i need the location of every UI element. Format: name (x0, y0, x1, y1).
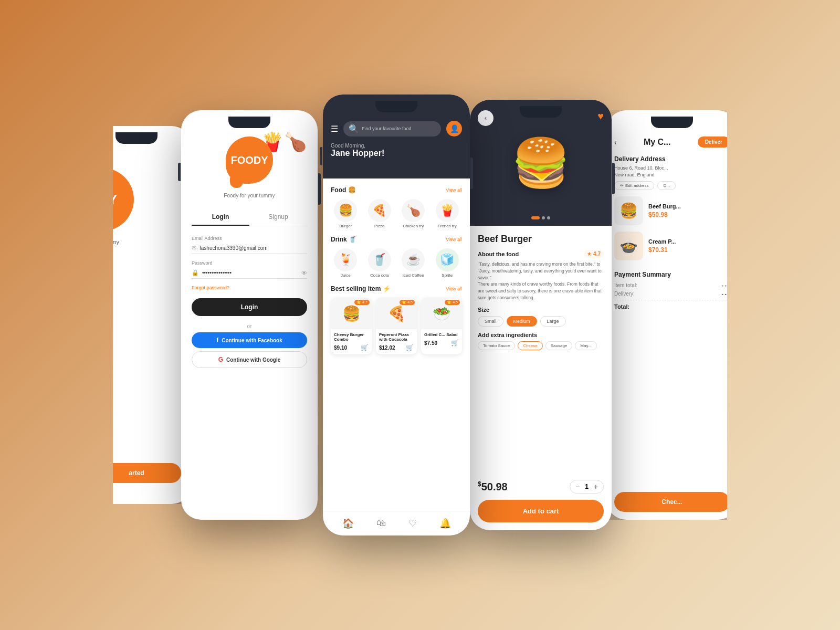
size-large[interactable]: Large (540, 316, 566, 327)
extra-mayo[interactable]: May... (575, 341, 596, 350)
nav-home[interactable]: 🏠 (342, 518, 354, 529)
tab-signup[interactable]: Signup (249, 209, 307, 226)
back-button[interactable]: ‹ (478, 110, 494, 126)
delete-address-button[interactable]: D... (657, 181, 675, 190)
search-placeholder: Find your favourite food (362, 126, 412, 131)
food-item-pizza[interactable]: 🍕 Pizza (365, 199, 395, 228)
product-name: Beef Burger (478, 234, 604, 245)
about-description: "Tasty, delicious, and has me craving mo… (478, 261, 604, 301)
product-footer: $50.98 − 1 + (470, 474, 612, 500)
hamburger-icon[interactable]: ☰ (331, 124, 338, 134)
drink-section-title: Drink 🥤 (331, 236, 356, 243)
nav-cart[interactable]: 🛍 (376, 518, 386, 529)
french-name: French fry (438, 224, 457, 228)
add-to-cart-icon-1[interactable]: 🛒 (361, 344, 369, 351)
juice-name: Juice (341, 273, 351, 278)
deliver-button[interactable]: Deliver (698, 136, 730, 148)
drink-item-coffee[interactable]: ☕ Iced Coffee (398, 248, 428, 278)
password-input[interactable] (202, 270, 301, 276)
search-bar[interactable]: 🔍 Find your favourite food (343, 121, 441, 136)
nav-notifications[interactable]: 🔔 (439, 518, 451, 529)
login-button[interactable]: Login (192, 298, 307, 316)
drink-item-sprite[interactable]: 🧊 Sprite (433, 248, 463, 278)
home-header-top: ☰ 🔍 Find your favourite food 👤 (331, 121, 462, 136)
product-info: Beef Burger About the food ★ 4.7 "Tasty,… (470, 226, 612, 474)
item-total-label: Item total: (614, 282, 637, 288)
best-item-1-price-row: $9.10 🛒 (334, 344, 369, 351)
add-to-cart-icon-2[interactable]: 🛒 (406, 344, 414, 351)
best-item-1[interactable]: 🍔 ⭐ 4.7 Cheesy Burger Combo $9.10 🛒 (331, 298, 372, 354)
google-login-button[interactable]: G Continue with Google (192, 351, 307, 368)
get-started-button[interactable]: arted (92, 463, 181, 483)
password-input-wrap: 🔒 👁 (192, 267, 307, 279)
best-item-1-badge: ⭐ 4.7 (354, 300, 370, 305)
avatar[interactable]: 👤 (446, 121, 462, 136)
size-small[interactable]: Small (478, 316, 503, 327)
drink-item-juice[interactable]: 🍹 Juice (331, 248, 361, 278)
phone-4: 🍔 ‹ ♥ Beef Burger About the food (470, 100, 612, 530)
food-view-all[interactable]: View all (446, 187, 462, 193)
forgot-password-link[interactable]: Forgot password? (192, 285, 307, 290)
best-item-2[interactable]: 🍕 ⭐ 4.5 Peperoni Pizza with Cocacola $12… (376, 298, 417, 354)
favorite-icon[interactable]: ♥ (597, 110, 604, 122)
address-line2: New road, England (614, 172, 655, 177)
delivery-title: Delivery Address (614, 155, 730, 163)
extras-chips: Tomato Sauce Cheese Sausage May... (478, 341, 604, 350)
best-item-3[interactable]: 🥗 ⭐ 4.5 Grilled C... Salad $7.50 🛒 (421, 298, 462, 354)
email-input-wrap: ✉ (192, 243, 307, 254)
lock-icon: 🔒 (192, 269, 199, 276)
google-label: Continue with Google (226, 357, 280, 363)
nav-favorites[interactable]: ♡ (408, 518, 417, 529)
drink-grid: 🍹 Juice 🥤 Coca cola ☕ Iced Coffee 🧊 (331, 248, 462, 278)
extra-tomato[interactable]: Tomato Sauce (478, 341, 515, 350)
add-to-cart-icon-3[interactable]: 🛒 (451, 339, 459, 346)
rating-badge: ★ 4.7 (584, 250, 604, 258)
product-hero: 🍔 ‹ ♥ (470, 100, 612, 226)
edit-address-button[interactable]: ✏ Edit address (614, 181, 654, 190)
tab-login[interactable]: Login (192, 209, 249, 226)
size-medium[interactable]: Medium (507, 316, 537, 327)
pizza-circle: 🍕 (368, 199, 391, 222)
cart-back-button[interactable]: ‹ (614, 138, 617, 146)
rating-value: 4.7 (593, 251, 601, 257)
checkout-button[interactable]: Chec... (614, 492, 730, 512)
phone-notch-4 (520, 106, 562, 118)
drink-view-all[interactable]: View all (446, 237, 462, 242)
food-item-french[interactable]: 🍟 French fry (433, 199, 463, 228)
item-total-value: - - - (721, 282, 730, 288)
best-item-3-name: Grilled C... Salad (424, 332, 459, 337)
sprite-circle: 🧊 (436, 248, 459, 271)
phone-3: ☰ 🔍 Find your favourite food 👤 Good Morn… (323, 94, 470, 536)
phone-2: 🍟🍗 FOODY Foody for your tummy Login Sign… (181, 110, 318, 520)
facebook-login-button[interactable]: f Continue with Facebook (192, 332, 307, 348)
partial-logo: ODY (81, 168, 134, 231)
facebook-label: Continue with Facebook (222, 338, 282, 343)
best-view-all[interactable]: View all (446, 286, 462, 291)
qty-increase[interactable]: + (594, 482, 598, 491)
extras-section: Add extra ingredients Tomato Sauce Chees… (478, 332, 604, 350)
greeting-text: Good Morning, (331, 143, 462, 149)
phone-notch-1 (116, 132, 158, 144)
drink-item-cola[interactable]: 🥤 Coca cola (365, 248, 395, 278)
best-item-3-badge: ⭐ 4.5 (445, 300, 460, 305)
screen-5: ‹ My C... Deliver Delivery Address House… (606, 110, 738, 520)
food-item-burger[interactable]: 🍔 Burger (331, 199, 361, 228)
phone-5: ‹ My C... Deliver Delivery Address House… (606, 110, 738, 520)
best-item-1-info: Cheesy Burger Combo $9.10 🛒 (331, 329, 372, 354)
best-item-3-img: 🥗 ⭐ 4.5 (421, 298, 462, 329)
best-item-2-price: $12.02 (379, 345, 395, 351)
extra-cheese[interactable]: Cheese (518, 341, 543, 350)
item-total-row: Item total: - - - (614, 282, 730, 288)
or-divider: or (192, 323, 307, 329)
cola-circle: 🥤 (368, 248, 391, 271)
home-screen: ☰ 🔍 Find your favourite food 👤 Good Morn… (323, 94, 470, 536)
qty-decrease[interactable]: − (575, 482, 580, 491)
food-item-chicken[interactable]: 🍗 Chicken fry (398, 199, 428, 228)
chicken-circle: 🍗 (402, 199, 425, 222)
email-icon: ✉ (192, 245, 196, 251)
eye-icon[interactable]: 👁 (301, 270, 307, 276)
extra-sausage[interactable]: Sausage (545, 341, 573, 350)
product-hero-emoji: 🍔 (511, 135, 570, 191)
email-input[interactable] (200, 245, 307, 251)
add-to-cart-button[interactable]: Add to cart (478, 500, 604, 522)
